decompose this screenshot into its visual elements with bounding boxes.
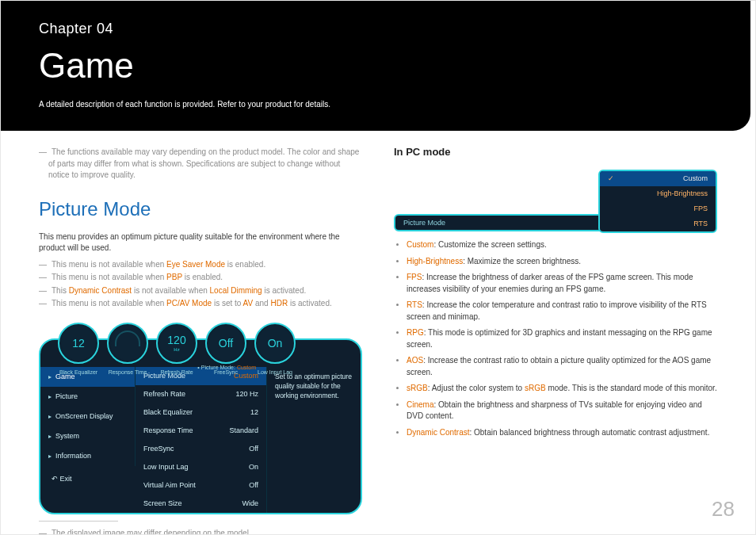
dropdown-option: FPS [600,201,716,216]
separator [39,521,118,522]
mode-descriptions: Custom: Customize the screen settings.Hi… [394,239,717,438]
caption: The displayed image may differ depending… [39,528,362,535]
mode-bullet: Custom: Customize the screen settings. [407,239,717,251]
dropdown-option: ✓Custom [600,171,716,186]
osd-screenshot: 12120HzOffOn Black EqualizerResponse Tim… [39,323,362,515]
chapter-label: Chapter 04 [39,18,712,39]
osd-exit: Exit [40,466,136,492]
osd-nav-item: Picture [40,387,135,407]
right-title: In PC mode [394,145,717,160]
mode-bullet: sRGB: Adjust the color system to sRGB mo… [407,383,717,395]
mode-bullet: RPG: This mode is optimized for 3D graph… [407,327,717,350]
osd-description: Set to an optimum picture quality suitab… [267,367,361,513]
notes-list: This menu is not available when Eye Save… [39,259,362,310]
osd-setting-row: FreeSyncOff [136,440,266,458]
mode-bullet: AOS: Increase the contrast ratio to obta… [407,355,717,378]
osd-dial-label: Refresh Rate [156,369,197,376]
osd-setting-row: Refresh Rate120 Hz [136,385,266,403]
chapter-title: Game [39,40,712,91]
section-intro: This menu provides an optimum picture qu… [39,231,362,254]
mode-bullet: High-Brightness: Maximize the screen bri… [407,256,717,268]
osd-setting-row: Response TimeStandard [136,422,266,440]
osd-nav-item: OnScreen Display [40,407,135,426]
osd-nav: GamePictureOnScreen DisplaySystemInforma… [40,367,136,466]
osd-setting-row: Low Input LagOn [136,458,266,476]
osd-dial-label: Low Input Lag [254,369,296,376]
osd-dial: 12 [58,323,99,364]
osd-dial: On [254,323,296,364]
top-note: The functions available may vary dependi… [39,147,362,182]
dropdown-bar-label: Picture Mode [403,218,445,228]
osd-nav-item: System [40,426,135,446]
osd-setting-row: Screen SizeWide [136,495,266,513]
osd-setting-row: Virtual Aim PointOff [136,476,266,495]
note: This menu is not available when PBP is e… [39,272,362,284]
dropdown-menu: ✓CustomHigh-BrightnessFPSRTS [598,170,717,233]
note: This Dynamic Contrast is not available w… [39,285,362,297]
right-column: In PC mode ✓CustomHigh-BrightnessFPSRTS … [394,145,717,535]
osd-setting-row: Black Equalizer12 [136,403,266,422]
osd-dial-label: FreeSync [205,369,246,376]
chapter-subtitle: A detailed description of each function … [39,99,712,111]
osd-dial [107,323,148,364]
left-column: The functions available may vary dependi… [39,145,362,535]
osd-dial: Off [205,323,246,364]
osd-nav-item: Information [40,446,135,466]
mode-bullet: Dynamic Contrast: Obtain balanced bright… [407,427,717,439]
osd-dial: 120Hz [156,323,197,364]
osd-dial-label: Response Time [107,369,148,376]
dropdown-option: High-Brightness [600,186,716,201]
mode-bullet: RTS: Increase the color temperature and … [407,300,717,323]
picture-mode-dropdown: ✓CustomHigh-BrightnessFPSRTS Picture Mod… [394,170,717,231]
page-number: 28 [712,495,735,525]
osd-panel: • Picture Mode: Custom GamePictureOnScre… [39,338,362,514]
mode-bullet: FPS: Increase the brightness of darker a… [407,272,717,295]
mode-bullet: Cinema: Obtain the brightness and sharpn… [407,399,717,422]
osd-dial-label: Black Equalizer [58,369,99,376]
note: This menu is not available when Eye Save… [39,259,362,271]
chapter-banner: Chapter 04 Game A detailed description o… [1,1,750,131]
section-title: Picture Mode [39,196,362,224]
note: This menu is not available when PC/AV Mo… [39,298,362,310]
osd-settings: Picture ModeCustomRefresh Rate120 HzBlac… [136,367,267,513]
dropdown-option: RTS [600,216,716,231]
